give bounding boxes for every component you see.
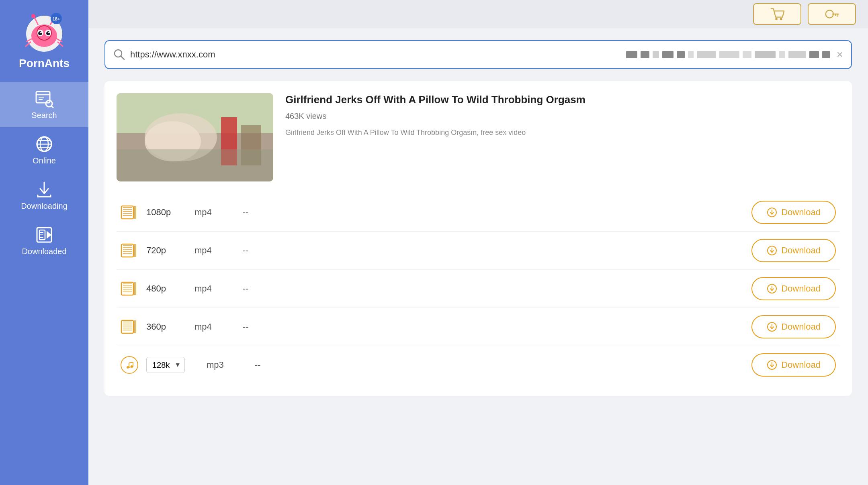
file-size-1080p: -- xyxy=(243,207,283,218)
online-nav-icon xyxy=(35,134,54,154)
sidebar-nav: Search Online Downloading xyxy=(0,82,88,263)
search-icon-wrap xyxy=(113,49,125,61)
video-format-icon-720p xyxy=(121,242,138,259)
svg-point-1 xyxy=(31,24,57,47)
thumbnail-image xyxy=(117,93,273,181)
music-icon xyxy=(125,360,134,370)
search-icon xyxy=(113,49,125,61)
video-format-icon-480p xyxy=(121,280,138,298)
cart-button[interactable] xyxy=(753,3,801,25)
download-button-720p[interactable]: Download xyxy=(751,239,836,262)
svg-point-6 xyxy=(40,32,42,33)
file-size-mp3: -- xyxy=(255,360,295,370)
file-size-360p: -- xyxy=(243,322,283,332)
online-nav-label: Online xyxy=(33,156,56,165)
video-description: Girlfriend Jerks Off With A Pillow To Wi… xyxy=(285,127,840,138)
sidebar-item-search[interactable]: Search xyxy=(0,82,88,127)
sidebar-item-downloaded[interactable]: Downloaded xyxy=(0,218,88,263)
download-options: 1080p mp4 -- Download xyxy=(117,194,840,384)
sidebar-item-online[interactable]: Online xyxy=(0,127,88,173)
download-button-360p[interactable]: Download xyxy=(751,315,836,338)
svg-point-5 xyxy=(46,31,50,35)
search-bar: × xyxy=(104,40,852,69)
audio-quality-select[interactable]: 128k 64k 320k xyxy=(146,357,185,373)
search-nav-label: Search xyxy=(31,111,57,120)
resolution-720p: 720p xyxy=(146,245,194,256)
downloaded-nav-label: Downloaded xyxy=(22,247,66,256)
download-icon-mp3 xyxy=(767,360,777,370)
resolution-360p: 360p xyxy=(146,322,194,332)
svg-line-24 xyxy=(51,106,53,108)
file-size-480p: -- xyxy=(243,283,283,294)
video-thumbnail: 07:12 xyxy=(117,93,273,181)
video-format-icon-1080p xyxy=(121,204,138,221)
download-icon-480p xyxy=(767,283,777,294)
audio-quality-select-container: 128k 64k 320k ▼ xyxy=(146,357,185,373)
download-row-1080p: 1080p mp4 -- Download xyxy=(117,194,840,232)
download-icon-360p xyxy=(767,322,777,332)
format-type-360p: mp4 xyxy=(194,322,243,332)
search-input[interactable] xyxy=(130,49,622,60)
svg-text:18+: 18+ xyxy=(53,16,60,21)
sidebar: 18+ PornAnts Search xyxy=(0,0,88,485)
svg-point-38 xyxy=(780,18,782,20)
app-title: PornAnts xyxy=(19,57,70,70)
video-info-section: 07:12 Girlfriend Jerks Off With A Pillow… xyxy=(117,93,840,181)
download-button-480p[interactable]: Download xyxy=(751,277,836,300)
svg-point-9 xyxy=(31,14,35,18)
video-card: 07:12 Girlfriend Jerks Off With A Pillow… xyxy=(104,81,852,396)
downloading-nav-icon xyxy=(35,180,54,199)
download-button-1080p[interactable]: Download xyxy=(751,201,836,224)
svg-rect-51 xyxy=(117,149,273,181)
sidebar-item-downloading[interactable]: Downloading xyxy=(0,173,88,218)
header-bar xyxy=(88,0,868,28)
file-size-720p: -- xyxy=(243,245,283,256)
audio-quality-select-wrap: 128k 64k 320k ▼ xyxy=(146,357,203,373)
downloading-nav-label: Downloading xyxy=(21,202,68,211)
search-nav-icon xyxy=(35,89,54,108)
download-icon-720p xyxy=(767,245,777,256)
download-row-480p: 480p mp4 -- Download xyxy=(117,270,840,308)
svg-rect-52 xyxy=(121,206,133,219)
downloaded-nav-icon xyxy=(35,225,54,245)
resolution-1080p: 1080p xyxy=(146,207,194,218)
video-title: Girlfriend Jerks Off With A Pillow To Wi… xyxy=(285,93,840,107)
svg-line-93 xyxy=(129,362,133,363)
svg-rect-79 xyxy=(121,320,133,333)
download-row-720p: 720p mp4 -- Download xyxy=(117,232,840,270)
key-icon xyxy=(824,6,839,22)
download-icon-1080p xyxy=(767,207,777,218)
svg-marker-33 xyxy=(47,231,51,239)
format-type-720p: mp4 xyxy=(194,245,243,256)
format-type-480p: mp4 xyxy=(194,283,243,294)
video-views: 463K views xyxy=(285,112,840,121)
audio-format-icon xyxy=(121,356,138,374)
format-type-1080p: mp4 xyxy=(194,207,243,218)
video-metadata: Girlfriend Jerks Off With A Pillow To Wi… xyxy=(285,93,840,181)
app-logo-icon: 18+ xyxy=(22,10,66,54)
redacted-url-blocks xyxy=(626,51,830,58)
format-type-mp3: mp3 xyxy=(207,360,255,370)
app-logo-section: 18+ PornAnts xyxy=(0,0,88,78)
video-format-icon-360p xyxy=(121,318,138,336)
svg-rect-70 xyxy=(121,282,133,295)
content-area: × xyxy=(88,28,868,485)
cart-icon xyxy=(770,6,785,22)
download-row-360p: 360p mp4 -- Download xyxy=(117,308,840,346)
resolution-480p: 480p xyxy=(146,283,194,294)
svg-point-37 xyxy=(775,18,778,20)
download-row-mp3: 128k 64k 320k ▼ mp3 -- xyxy=(117,346,840,384)
key-button[interactable] xyxy=(808,3,856,25)
svg-point-7 xyxy=(48,32,50,33)
clear-button[interactable]: × xyxy=(837,48,843,61)
svg-point-4 xyxy=(38,31,42,35)
svg-rect-61 xyxy=(121,244,133,257)
download-button-mp3[interactable]: Download xyxy=(751,353,836,377)
main-content: × xyxy=(88,0,868,485)
svg-line-44 xyxy=(121,56,124,59)
